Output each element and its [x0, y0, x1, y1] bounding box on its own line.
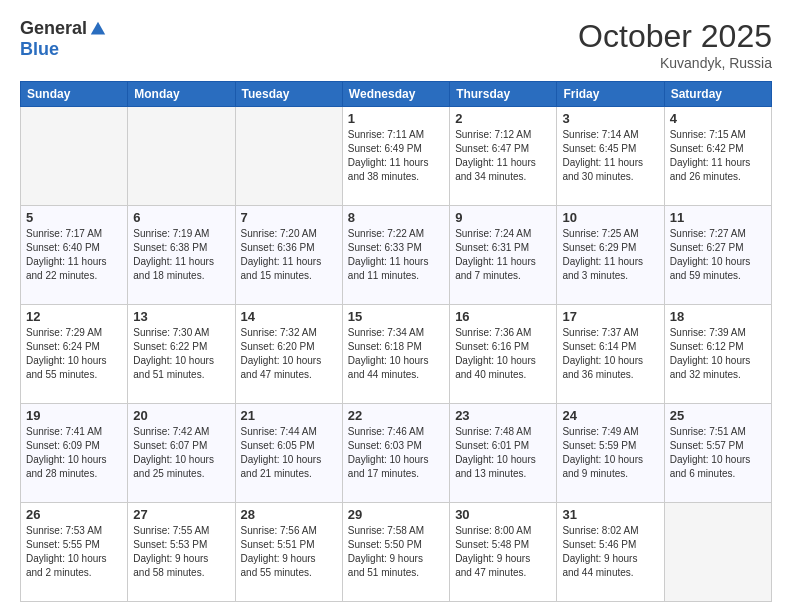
page: General Blue October 2025 Kuvandyk, Russ…	[0, 0, 792, 612]
title-block: October 2025 Kuvandyk, Russia	[578, 18, 772, 71]
day-cell: 28Sunrise: 7:56 AM Sunset: 5:51 PM Dayli…	[235, 503, 342, 602]
day-cell: 11Sunrise: 7:27 AM Sunset: 6:27 PM Dayli…	[664, 206, 771, 305]
day-info: Sunrise: 7:32 AM Sunset: 6:20 PM Dayligh…	[241, 327, 322, 380]
day-cell	[235, 107, 342, 206]
day-info: Sunrise: 7:15 AM Sunset: 6:42 PM Dayligh…	[670, 129, 751, 182]
day-info: Sunrise: 7:36 AM Sunset: 6:16 PM Dayligh…	[455, 327, 536, 380]
day-info: Sunrise: 7:46 AM Sunset: 6:03 PM Dayligh…	[348, 426, 429, 479]
day-number: 28	[241, 507, 337, 522]
day-number: 9	[455, 210, 551, 225]
day-number: 20	[133, 408, 229, 423]
day-info: Sunrise: 7:30 AM Sunset: 6:22 PM Dayligh…	[133, 327, 214, 380]
day-info: Sunrise: 7:49 AM Sunset: 5:59 PM Dayligh…	[562, 426, 643, 479]
logo-general-text: General	[20, 18, 87, 39]
week-row-5: 26Sunrise: 7:53 AM Sunset: 5:55 PM Dayli…	[21, 503, 772, 602]
day-number: 27	[133, 507, 229, 522]
day-number: 12	[26, 309, 122, 324]
calendar-header-friday: Friday	[557, 82, 664, 107]
day-cell: 7Sunrise: 7:20 AM Sunset: 6:36 PM Daylig…	[235, 206, 342, 305]
calendar-header-wednesday: Wednesday	[342, 82, 449, 107]
day-cell: 29Sunrise: 7:58 AM Sunset: 5:50 PM Dayli…	[342, 503, 449, 602]
day-info: Sunrise: 7:55 AM Sunset: 5:53 PM Dayligh…	[133, 525, 209, 578]
day-number: 30	[455, 507, 551, 522]
day-cell: 15Sunrise: 7:34 AM Sunset: 6:18 PM Dayli…	[342, 305, 449, 404]
day-number: 23	[455, 408, 551, 423]
day-info: Sunrise: 7:27 AM Sunset: 6:27 PM Dayligh…	[670, 228, 751, 281]
day-number: 16	[455, 309, 551, 324]
day-number: 25	[670, 408, 766, 423]
day-cell: 30Sunrise: 8:00 AM Sunset: 5:48 PM Dayli…	[450, 503, 557, 602]
day-cell: 2Sunrise: 7:12 AM Sunset: 6:47 PM Daylig…	[450, 107, 557, 206]
day-info: Sunrise: 7:48 AM Sunset: 6:01 PM Dayligh…	[455, 426, 536, 479]
day-info: Sunrise: 7:29 AM Sunset: 6:24 PM Dayligh…	[26, 327, 107, 380]
day-number: 29	[348, 507, 444, 522]
day-info: Sunrise: 7:25 AM Sunset: 6:29 PM Dayligh…	[562, 228, 643, 281]
logo-blue-text: Blue	[20, 39, 59, 60]
calendar-header-row: SundayMondayTuesdayWednesdayThursdayFrid…	[21, 82, 772, 107]
day-cell: 13Sunrise: 7:30 AM Sunset: 6:22 PM Dayli…	[128, 305, 235, 404]
day-number: 5	[26, 210, 122, 225]
day-info: Sunrise: 7:37 AM Sunset: 6:14 PM Dayligh…	[562, 327, 643, 380]
day-number: 3	[562, 111, 658, 126]
day-number: 21	[241, 408, 337, 423]
calendar-header-thursday: Thursday	[450, 82, 557, 107]
day-cell	[21, 107, 128, 206]
day-cell: 20Sunrise: 7:42 AM Sunset: 6:07 PM Dayli…	[128, 404, 235, 503]
day-info: Sunrise: 7:39 AM Sunset: 6:12 PM Dayligh…	[670, 327, 751, 380]
day-info: Sunrise: 7:58 AM Sunset: 5:50 PM Dayligh…	[348, 525, 424, 578]
day-cell	[664, 503, 771, 602]
day-info: Sunrise: 7:22 AM Sunset: 6:33 PM Dayligh…	[348, 228, 429, 281]
day-info: Sunrise: 7:42 AM Sunset: 6:07 PM Dayligh…	[133, 426, 214, 479]
day-cell: 26Sunrise: 7:53 AM Sunset: 5:55 PM Dayli…	[21, 503, 128, 602]
day-info: Sunrise: 7:44 AM Sunset: 6:05 PM Dayligh…	[241, 426, 322, 479]
week-row-3: 12Sunrise: 7:29 AM Sunset: 6:24 PM Dayli…	[21, 305, 772, 404]
day-cell: 25Sunrise: 7:51 AM Sunset: 5:57 PM Dayli…	[664, 404, 771, 503]
day-info: Sunrise: 7:17 AM Sunset: 6:40 PM Dayligh…	[26, 228, 107, 281]
calendar-header-saturday: Saturday	[664, 82, 771, 107]
day-cell: 8Sunrise: 7:22 AM Sunset: 6:33 PM Daylig…	[342, 206, 449, 305]
day-cell: 23Sunrise: 7:48 AM Sunset: 6:01 PM Dayli…	[450, 404, 557, 503]
svg-marker-0	[91, 21, 105, 34]
day-cell: 27Sunrise: 7:55 AM Sunset: 5:53 PM Dayli…	[128, 503, 235, 602]
day-number: 1	[348, 111, 444, 126]
day-number: 8	[348, 210, 444, 225]
day-number: 11	[670, 210, 766, 225]
day-cell: 3Sunrise: 7:14 AM Sunset: 6:45 PM Daylig…	[557, 107, 664, 206]
week-row-2: 5Sunrise: 7:17 AM Sunset: 6:40 PM Daylig…	[21, 206, 772, 305]
day-cell: 24Sunrise: 7:49 AM Sunset: 5:59 PM Dayli…	[557, 404, 664, 503]
day-number: 18	[670, 309, 766, 324]
day-cell: 9Sunrise: 7:24 AM Sunset: 6:31 PM Daylig…	[450, 206, 557, 305]
day-number: 31	[562, 507, 658, 522]
day-cell: 10Sunrise: 7:25 AM Sunset: 6:29 PM Dayli…	[557, 206, 664, 305]
day-cell: 17Sunrise: 7:37 AM Sunset: 6:14 PM Dayli…	[557, 305, 664, 404]
day-cell: 14Sunrise: 7:32 AM Sunset: 6:20 PM Dayli…	[235, 305, 342, 404]
logo: General Blue	[20, 18, 107, 60]
day-cell: 22Sunrise: 7:46 AM Sunset: 6:03 PM Dayli…	[342, 404, 449, 503]
day-cell	[128, 107, 235, 206]
day-cell: 31Sunrise: 8:02 AM Sunset: 5:46 PM Dayli…	[557, 503, 664, 602]
day-cell: 16Sunrise: 7:36 AM Sunset: 6:16 PM Dayli…	[450, 305, 557, 404]
day-number: 24	[562, 408, 658, 423]
day-number: 4	[670, 111, 766, 126]
day-info: Sunrise: 7:24 AM Sunset: 6:31 PM Dayligh…	[455, 228, 536, 281]
logo-icon	[89, 20, 107, 38]
day-number: 2	[455, 111, 551, 126]
day-number: 13	[133, 309, 229, 324]
day-number: 22	[348, 408, 444, 423]
day-cell: 5Sunrise: 7:17 AM Sunset: 6:40 PM Daylig…	[21, 206, 128, 305]
header: General Blue October 2025 Kuvandyk, Russ…	[20, 18, 772, 71]
day-info: Sunrise: 7:41 AM Sunset: 6:09 PM Dayligh…	[26, 426, 107, 479]
calendar-header-sunday: Sunday	[21, 82, 128, 107]
day-number: 19	[26, 408, 122, 423]
calendar-table: SundayMondayTuesdayWednesdayThursdayFrid…	[20, 81, 772, 602]
day-cell: 18Sunrise: 7:39 AM Sunset: 6:12 PM Dayli…	[664, 305, 771, 404]
location: Kuvandyk, Russia	[578, 55, 772, 71]
day-info: Sunrise: 7:34 AM Sunset: 6:18 PM Dayligh…	[348, 327, 429, 380]
day-info: Sunrise: 7:51 AM Sunset: 5:57 PM Dayligh…	[670, 426, 751, 479]
day-number: 17	[562, 309, 658, 324]
day-number: 10	[562, 210, 658, 225]
day-number: 14	[241, 309, 337, 324]
day-info: Sunrise: 7:56 AM Sunset: 5:51 PM Dayligh…	[241, 525, 317, 578]
day-cell: 4Sunrise: 7:15 AM Sunset: 6:42 PM Daylig…	[664, 107, 771, 206]
calendar-header-tuesday: Tuesday	[235, 82, 342, 107]
